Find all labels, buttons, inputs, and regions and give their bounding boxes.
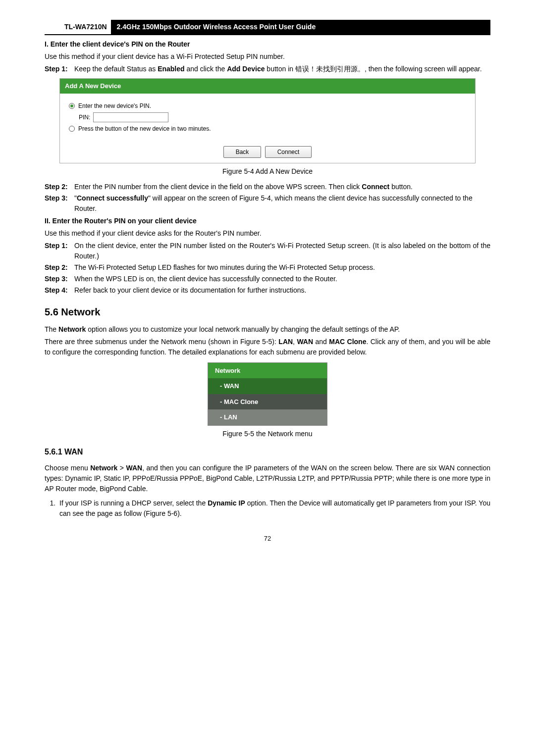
figure-5-5-caption: Figure 5-5 the Network menu (45, 429, 490, 439)
wan-paragraph: Choose menu Network > WAN, and then you … (45, 463, 490, 494)
section-i-heading: I. Enter the client device's PIN on the … (45, 39, 490, 50)
step-body: The Wi-Fi Protected Setup LED flashes fo… (74, 262, 490, 273)
heading-5-6-1: 5.6.1 WAN (45, 446, 490, 458)
menu-item-lan[interactable]: - LAN (208, 409, 327, 425)
pin-input[interactable] (93, 112, 168, 122)
step-label: Step 1: (45, 64, 74, 74)
radio-icon[interactable] (69, 103, 75, 109)
wps-radio-button-label: Press the button of the new device in tw… (78, 124, 211, 133)
pin-label: PIN: (79, 113, 90, 122)
step-label: Step 3: (45, 193, 74, 214)
network-paragraph-2: There are three submenus under the Netwo… (45, 337, 490, 357)
model-code: TL-WA7210N (45, 20, 111, 34)
step-body: "Connect successfully" will appear on th… (74, 193, 490, 214)
back-button[interactable]: Back (223, 146, 262, 158)
wps-dialog: Add A New Device Enter the new device's … (59, 78, 476, 163)
figure-5-4-caption: Figure 5-4 Add A New Device (45, 166, 490, 177)
sec2-step3: Step 3: When the WPS LED is on, the clie… (45, 274, 490, 284)
connect-button[interactable]: Connect (265, 146, 312, 158)
sec2-step4: Step 4: Refer back to your client device… (45, 285, 490, 296)
doc-header: TL-WA7210N 2.4GHz 150Mbps Outdoor Wirele… (45, 20, 490, 35)
step-body: On the client device, enter the PIN numb… (74, 241, 490, 261)
step-label: Step 4: (45, 285, 74, 296)
menu-header-network[interactable]: Network (208, 363, 327, 379)
wps-radio-button-row[interactable]: Press the button of the new device in tw… (69, 124, 466, 133)
doc-title: 2.4GHz 150Mbps Outdoor Wireless Access P… (111, 20, 490, 34)
section-i-intro: Use this method if your client device ha… (45, 51, 490, 62)
step-body: Keep the default Status as Enabled and c… (74, 64, 490, 74)
network-submenu: Network - WAN - MAC Clone - LAN (208, 362, 327, 426)
page-number: 72 (45, 534, 490, 544)
step-body: Enter the PIN number from the client dev… (74, 182, 490, 192)
menu-item-mac-clone[interactable]: - MAC Clone (208, 394, 327, 410)
step-body: When the WPS LED is on, the client devic… (74, 274, 490, 284)
menu-item-wan[interactable]: - WAN (208, 378, 327, 394)
sec2-step1: Step 1: On the client device, enter the … (45, 241, 490, 261)
sec1-step1: Step 1: Keep the default Status as Enabl… (45, 64, 490, 74)
wan-ordered-list: If your ISP is running a DHCP server, se… (45, 498, 490, 519)
step-label: Step 2: (45, 262, 74, 273)
network-paragraph-1: The Network option allows you to customi… (45, 324, 490, 335)
step-body: Refer back to your client device or its … (74, 285, 490, 296)
wps-radio-pin-row[interactable]: Enter the new device's PIN. (69, 101, 466, 110)
sec1-step3: Step 3: "Connect successfully" will appe… (45, 193, 490, 214)
wps-radio-pin-label: Enter the new device's PIN. (78, 101, 151, 110)
radio-icon[interactable] (69, 126, 75, 132)
wps-dialog-title: Add A New Device (60, 79, 475, 94)
step-label: Step 3: (45, 274, 74, 284)
section-ii-heading: II. Enter the Router's PIN on your clien… (45, 216, 490, 226)
sec2-step2: Step 2: The Wi-Fi Protected Setup LED fl… (45, 262, 490, 273)
list-item: If your ISP is running a DHCP server, se… (57, 498, 490, 519)
step-label: Step 2: (45, 182, 74, 192)
heading-5-6: 5.6 Network (45, 304, 490, 319)
step-label: Step 1: (45, 241, 74, 261)
section-ii-intro: Use this method if your client device as… (45, 228, 490, 239)
sec1-step2: Step 2: Enter the PIN number from the cl… (45, 182, 490, 192)
